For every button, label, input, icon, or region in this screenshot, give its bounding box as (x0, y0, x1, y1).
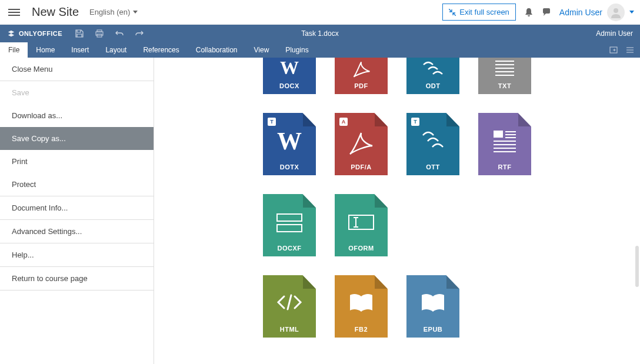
file-menu: Close Menu Save Download as... Save Copy… (0, 58, 154, 364)
format-label: DOTX (263, 163, 316, 171)
rtf-doc-icon (478, 128, 531, 154)
language-label: English (en) (89, 8, 130, 16)
tab-layout[interactable]: Layout (97, 42, 135, 58)
format-grid: W DOCX PDF ODT TXT (154, 58, 640, 364)
format-odt[interactable]: ODT (406, 58, 459, 94)
svg-rect-15 (494, 131, 503, 138)
file-save: Save (0, 81, 154, 104)
caret-down-icon (629, 11, 634, 14)
view-settings-icon[interactable] (626, 46, 634, 54)
svg-rect-25 (349, 215, 374, 229)
file-return[interactable]: Return to course page (0, 267, 154, 290)
save-icon[interactable] (69, 25, 89, 42)
format-pdfa[interactable]: A PDF/A (335, 113, 388, 175)
format-rtf[interactable]: RTF (478, 113, 531, 175)
user-menu[interactable]: Admin User (559, 4, 634, 21)
tab-references[interactable]: References (135, 42, 187, 58)
format-ott[interactable]: T OTT (406, 113, 459, 175)
svg-text:W: W (280, 59, 299, 78)
pdf-acrobat-icon (335, 128, 388, 158)
odt-birds-icon (406, 128, 459, 152)
page-fold-icon (375, 113, 388, 126)
archive-badge: A (339, 118, 348, 126)
redo-icon[interactable] (129, 25, 149, 42)
format-txt[interactable]: TXT (478, 58, 531, 94)
editor-header: ONLYOFFICE Task 1.docx Admin User (0, 25, 640, 42)
shrink-icon (449, 9, 456, 16)
brand-label: ONLYOFFICE (19, 30, 62, 37)
svg-rect-24 (277, 225, 302, 232)
open-location-icon[interactable] (609, 46, 618, 54)
html-tag-icon (263, 290, 316, 314)
tab-plugins[interactable]: Plugins (277, 42, 316, 58)
page-fold-icon (303, 194, 316, 208)
template-badge: T (268, 118, 276, 126)
word-w-icon: W (263, 128, 316, 154)
format-label: PDF (335, 82, 388, 89)
odt-birds-icon (406, 59, 459, 78)
format-label: RTF (478, 163, 531, 171)
onlyoffice-brand: ONLYOFFICE (0, 29, 69, 38)
file-document-info[interactable]: Document Info... (0, 196, 154, 219)
notifications-icon[interactable] (524, 8, 534, 17)
tab-insert[interactable]: Insert (63, 42, 97, 58)
file-print[interactable]: Print (0, 150, 154, 173)
workspace: Close Menu Save Download as... Save Copy… (0, 58, 640, 364)
format-label: OFORM (335, 245, 388, 252)
hamburger-menu-icon[interactable] (8, 6, 20, 18)
file-help[interactable]: Help... (0, 243, 154, 266)
tab-view[interactable]: View (246, 42, 278, 58)
format-label: DOCXF (263, 245, 316, 252)
format-label: PDF/A (335, 163, 388, 171)
onlyoffice-logo-icon (7, 29, 15, 38)
format-label: FB2 (335, 326, 388, 333)
txt-lines-icon (478, 59, 531, 78)
file-close-menu[interactable]: Close Menu (0, 58, 154, 81)
page-fold-icon (303, 275, 316, 289)
print-icon[interactable] (89, 25, 109, 42)
file-advanced-settings[interactable]: Advanced Settings... (0, 220, 154, 243)
format-label: HTML (263, 326, 316, 333)
form-fields-icon (263, 209, 316, 235)
format-label: EPUB (406, 326, 459, 333)
site-name: New Site (32, 5, 79, 19)
tab-file[interactable]: File (0, 42, 28, 58)
format-pdf[interactable]: PDF (335, 58, 388, 94)
form-input-icon (335, 209, 388, 235)
page-fold-icon (303, 113, 316, 126)
page-fold-icon (446, 275, 459, 289)
format-epub[interactable]: EPUB (406, 275, 459, 338)
file-protect[interactable]: Protect (0, 173, 154, 196)
svg-point-0 (614, 8, 618, 13)
scrollbar[interactable] (635, 246, 639, 287)
tab-home[interactable]: Home (28, 42, 63, 58)
separator (0, 290, 154, 290)
user-name-label: Admin User (559, 8, 602, 17)
pdf-acrobat-icon (335, 59, 388, 80)
book-icon (335, 290, 388, 314)
svg-rect-23 (277, 214, 302, 221)
format-oform[interactable]: OFORM (335, 194, 388, 256)
messages-icon[interactable] (542, 8, 551, 17)
format-label: OTT (406, 163, 459, 171)
page-fold-icon (375, 194, 388, 208)
page-fold-icon (518, 113, 531, 126)
page-fold-icon (375, 275, 388, 289)
tab-collaboration[interactable]: Collaboration (188, 42, 246, 58)
format-dotx[interactable]: T W DOTX (263, 113, 316, 175)
book-icon (406, 290, 459, 314)
file-download-as[interactable]: Download as... (0, 104, 154, 127)
editor-tabs: File Home Insert Layout References Colla… (0, 42, 640, 58)
format-html[interactable]: HTML (263, 275, 316, 338)
file-save-copy-as[interactable]: Save Copy as... (0, 127, 154, 150)
format-docx[interactable]: W DOCX (263, 58, 316, 94)
word-w-icon: W (263, 59, 316, 78)
language-selector[interactable]: English (en) (89, 8, 138, 16)
exit-fullscreen-button[interactable]: Exit full screen (442, 4, 516, 21)
format-fb2[interactable]: FB2 (335, 275, 388, 338)
undo-icon[interactable] (109, 25, 129, 42)
exit-fullscreen-label: Exit full screen (459, 8, 509, 16)
page-fold-icon (446, 113, 459, 126)
svg-text:W: W (277, 128, 302, 154)
format-docxf[interactable]: DOCXF (263, 194, 316, 256)
